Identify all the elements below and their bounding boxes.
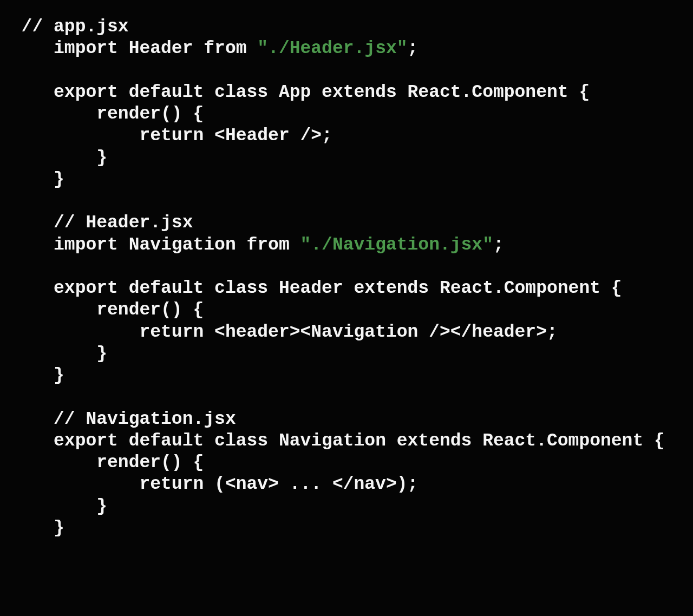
code-token: } (0, 344, 107, 364)
code-token: render() { (0, 300, 204, 320)
code-token: import Header from (0, 38, 257, 58)
code-block: // app.jsx import Header from "./Header.… (0, 0, 693, 539)
code-token: return <Header />; (0, 126, 332, 146)
code-token: import Navigation from (0, 235, 300, 255)
code-token: export default class Header extends Reac… (0, 278, 622, 298)
code-token: ; (408, 38, 419, 58)
code-token: } (0, 148, 107, 168)
code-token: return (<nav> ... </nav>); (0, 474, 418, 494)
code-token: } (0, 496, 107, 516)
code-token: return <header><Navigation /></header>; (0, 322, 558, 342)
code-token: render() { (0, 453, 204, 473)
code-token: export default class App extends React.C… (0, 82, 590, 102)
code-token: } (0, 518, 64, 538)
code-token: ; (493, 235, 504, 255)
code-token: // Navigation.jsx (0, 409, 236, 429)
code-token: } (0, 365, 64, 385)
code-token: export default class Navigation extends … (0, 431, 665, 451)
string-literal: "./Navigation.jsx" (300, 235, 493, 255)
string-literal: "./Header.jsx" (257, 38, 407, 58)
code-token: // Header.jsx (0, 213, 193, 233)
code-token: // app.jsx (0, 17, 129, 37)
code-token: } (0, 169, 64, 189)
code-token: render() { (0, 104, 204, 124)
